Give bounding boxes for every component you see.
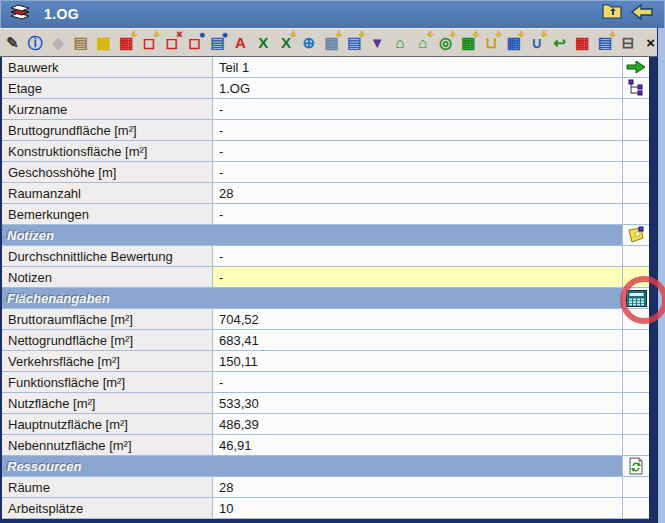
globe-sync-icon[interactable]: ⊕ — [297, 30, 320, 55]
refresh-document-icon[interactable] — [622, 456, 649, 476]
tiles-add-icon[interactable]: ▦+ — [503, 30, 526, 55]
field-row-arbeitsplatze: Arbeitsplätze10 — [2, 498, 649, 519]
field-label: Funktionsfläche [m²] — [2, 372, 213, 392]
field-value[interactable]: 1.OG — [213, 78, 622, 98]
empty-icon-cell — [622, 267, 649, 287]
target-link-add-icon[interactable]: ◎+ — [434, 30, 457, 55]
field-row-durchschnittliche-bewertung: Durchschnittliche Bewertung- — [2, 246, 649, 267]
door-add-icon[interactable]: ◻+ — [138, 30, 161, 55]
hand-note-icon[interactable] — [622, 225, 649, 245]
empty-icon-cell — [622, 477, 649, 497]
field-value[interactable]: - — [213, 246, 622, 266]
field-label: Konstruktionsfläche [m²] — [2, 141, 213, 161]
titlebar: 1.OG — [0, 0, 665, 28]
field-value[interactable]: 486,39 — [213, 414, 622, 434]
empty-icon-cell — [622, 162, 649, 182]
empty-icon-cell — [622, 372, 649, 392]
field-value[interactable]: - — [213, 204, 622, 224]
empty-icon-cell — [622, 414, 649, 434]
grid-new-icon[interactable]: ▦+ — [320, 30, 343, 55]
field-row-nettogrundflache-m: Nettogrundfläche [m²]683,41 — [2, 330, 649, 351]
excel-add-icon[interactable]: X+ — [275, 30, 298, 55]
field-row-nebennutzflache-m: Nebennutzfläche [m²]46,91 — [2, 435, 649, 456]
field-value[interactable]: - — [213, 162, 622, 182]
door-delete-icon[interactable]: ◻× — [161, 30, 184, 55]
field-label: Geschosshöhe [m] — [2, 162, 213, 182]
home-link-icon[interactable]: ⌂ — [389, 30, 412, 55]
empty-icon-cell — [622, 330, 649, 350]
calculator-icon[interactable] — [622, 288, 649, 308]
field-value[interactable]: - — [213, 120, 622, 140]
door-search-icon[interactable]: ◻● — [183, 30, 206, 55]
field-row-verkehrsflache-m: Verkehrsfläche [m²]150,11 — [2, 351, 649, 372]
scrollbar-track — [657, 28, 665, 523]
field-label: Bemerkungen — [2, 204, 213, 224]
field-label: Nettogrundfläche [m²] — [2, 330, 213, 350]
attribute-table: BauwerkTeil 1Etage1.OGKurzname-Bruttogru… — [2, 57, 649, 519]
field-row-bruttogrundflache-m: Bruttogrundfläche [m²]- — [2, 120, 649, 141]
grid-add-icon[interactable]: ▦+ — [115, 30, 138, 55]
empty-icon-cell — [622, 120, 649, 140]
field-row-bemerkungen: Bemerkungen- — [2, 204, 649, 225]
empty-icon-cell — [622, 435, 649, 455]
field-value[interactable]: 10 — [213, 498, 622, 518]
paste-clipboard-icon[interactable]: ▤ — [69, 30, 92, 55]
field-value[interactable]: - — [213, 99, 622, 119]
back-button[interactable] — [627, 2, 657, 26]
diamond-icon[interactable]: ◆ — [47, 30, 70, 55]
field-label: Bruttogrundfläche [m²] — [2, 120, 213, 140]
field-value[interactable]: - — [213, 267, 622, 287]
excel-export-icon[interactable]: X — [252, 30, 275, 55]
field-value[interactable]: - — [213, 141, 622, 161]
color-tiles-icon[interactable]: ▦ — [92, 30, 115, 55]
filter-funnel-icon[interactable]: ▼ — [366, 30, 389, 55]
field-label: Bruttoraumfläche [m²] — [2, 309, 213, 329]
grid-link-add-icon[interactable]: ▦+ — [457, 30, 480, 55]
folder-up-button[interactable] — [597, 2, 627, 26]
field-value[interactable]: - — [213, 372, 622, 392]
box-add-icon[interactable]: ⊔+ — [480, 30, 503, 55]
field-value[interactable]: 683,41 — [213, 330, 622, 350]
table-blue-add-icon[interactable]: ▤+ — [594, 30, 617, 55]
form-add-icon[interactable]: ▤+ — [343, 30, 366, 55]
field-label: Nebennutzfläche [m²] — [2, 435, 213, 455]
home-link-add-icon[interactable]: ⌂+ — [411, 30, 434, 55]
pdf-export-icon[interactable]: A — [229, 30, 252, 55]
field-value[interactable]: 150,11 — [213, 351, 622, 371]
green-arrow-icon[interactable] — [622, 57, 649, 77]
empty-icon-cell — [622, 498, 649, 518]
field-row-hauptnutzflache-m: Hauptnutzfläche [m²]486,39 — [2, 414, 649, 435]
field-label: Hauptnutzfläche [m²] — [2, 414, 213, 434]
field-value[interactable]: 28 — [213, 183, 622, 203]
empty-icon-cell — [622, 99, 649, 119]
table-red-icon[interactable]: ▦ — [571, 30, 594, 55]
field-value[interactable]: Teil 1 — [213, 57, 622, 77]
field-row-bauwerk: BauwerkTeil 1 — [2, 57, 649, 78]
field-value[interactable]: 46,91 — [213, 435, 622, 455]
page-title: 1.OG — [44, 6, 79, 22]
hierarchy-tree-icon[interactable] — [622, 78, 649, 98]
section-header: Notizen — [2, 225, 622, 245]
empty-icon-cell — [622, 141, 649, 161]
field-value[interactable]: 28 — [213, 477, 622, 497]
empty-icon-cell — [622, 351, 649, 371]
section-header: Ressourcen — [2, 456, 622, 476]
field-row-bruttoraumflache-m: Bruttoraumfläche [m²]704,52 — [2, 309, 649, 330]
field-label: Verkehrsfläche [m²] — [2, 351, 213, 371]
floors-stack-icon — [8, 2, 32, 26]
field-row-funktionsflache-m: Funktionsfläche [m²]- — [2, 372, 649, 393]
field-label: Notizen — [2, 267, 213, 287]
field-row-nutzflache-m: Nutzfläche [m²]533,30 — [2, 393, 649, 414]
info-document-icon[interactable]: ⓘ — [24, 30, 47, 55]
empty-icon-cell — [622, 309, 649, 329]
back-link-icon[interactable]: ↩ — [548, 30, 571, 55]
field-value[interactable]: 533,30 — [213, 393, 622, 413]
field-row-notizen: Notizen- — [2, 267, 649, 288]
printer-icon[interactable]: ⊟ — [617, 30, 640, 55]
field-row-geschosshohe-m: Geschosshöhe [m]- — [2, 162, 649, 183]
edit-properties-icon[interactable]: ✎ — [1, 30, 24, 55]
toolbar: ✎ⓘ◆▤▦▦+◻+◻×◻●▤●AXX+⊕▦+▤+▼⌂⌂+◎+▦+⊔+▦+∪+↩▦… — [0, 28, 665, 57]
field-value[interactable]: 704,52 — [213, 309, 622, 329]
document-search-icon[interactable]: ▤● — [206, 30, 229, 55]
beaker-add-icon[interactable]: ∪+ — [525, 30, 548, 55]
